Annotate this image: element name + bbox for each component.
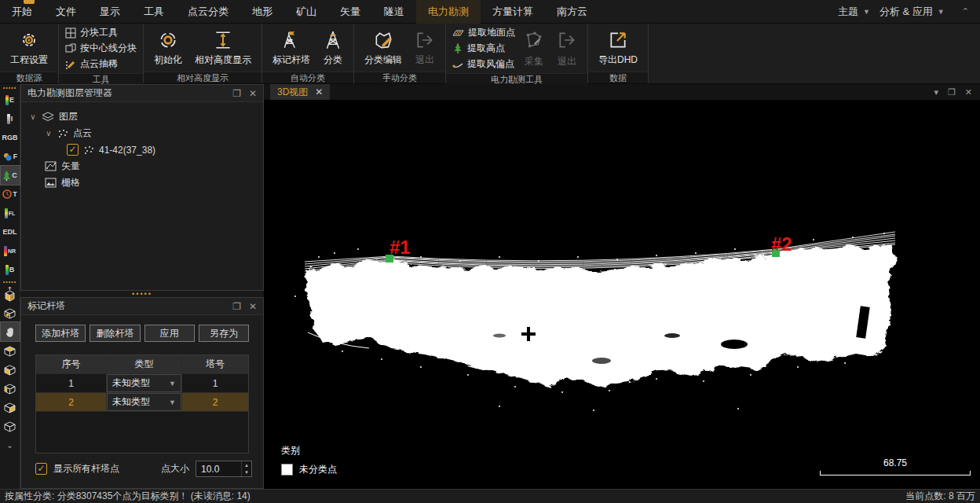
menu-south-cloud[interactable]: 南方云: [545, 0, 599, 24]
close-window-icon[interactable]: ✕: [965, 87, 972, 97]
float-panel-icon[interactable]: ❐: [232, 89, 241, 98]
menu-file[interactable]: 文件: [44, 0, 88, 24]
close-panel-icon[interactable]: ✕: [249, 89, 257, 98]
extract-high-points-button[interactable]: 提取高点: [452, 42, 515, 55]
3d-viewport[interactable]: #1 #2 类别 未分类点 68.75: [264, 100, 980, 489]
pan-tool-button[interactable]: [1, 322, 20, 341]
save-as-button[interactable]: 另存为: [199, 325, 249, 342]
toolbar-handle[interactable]: •••••: [3, 85, 16, 90]
gear-icon: [19, 30, 39, 50]
mode-intensity-button[interactable]: I: [1, 109, 20, 128]
mode-fl-button[interactable]: FL: [1, 204, 20, 222]
extract-wind-offset-points-button[interactable]: 提取风偏点: [452, 57, 515, 71]
project-settings-button[interactable]: 工程设置: [6, 26, 52, 69]
left-view-button[interactable]: [1, 379, 20, 398]
tree-node-raster[interactable]: 栅格: [21, 174, 263, 191]
tower-type-dropdown[interactable]: 未知类型 ▼: [107, 374, 181, 392]
menu-power-survey[interactable]: 电力勘测: [416, 0, 481, 24]
tower-type-dropdown[interactable]: 未知类型 ▼: [107, 393, 181, 411]
vector-icon: [45, 161, 57, 171]
tab-3d-view[interactable]: 3D视图 ✕: [270, 84, 330, 100]
perspective-view-button[interactable]: [1, 303, 20, 322]
block-tool-button[interactable]: 分块工具: [65, 26, 137, 39]
float-panel-icon[interactable]: ❐: [232, 302, 241, 311]
top-view-button[interactable]: [1, 341, 20, 360]
collapse-ribbon-icon[interactable]: ⌃: [962, 6, 969, 17]
cell-tower-no[interactable]: 2: [182, 393, 248, 411]
chevron-expand-icon[interactable]: ∨: [29, 112, 37, 121]
export-dhd-button[interactable]: 导出DHD: [594, 26, 642, 69]
front-view-button[interactable]: [1, 360, 20, 379]
menu-display[interactable]: 显示: [88, 0, 132, 24]
col-seq[interactable]: 序号: [36, 355, 107, 373]
initialize-button[interactable]: 初始化: [150, 26, 186, 69]
crosshair-cursor: [521, 327, 536, 341]
ribbon-group-relative-height: 初始化 相对高度显示 相对高度显示: [144, 24, 262, 83]
classify-button[interactable]: 分类: [319, 26, 347, 69]
col-type[interactable]: 类型: [107, 355, 182, 373]
chevron-down-icon: ▼: [863, 8, 870, 16]
menu-mining[interactable]: 矿山: [284, 0, 328, 24]
apply-button[interactable]: 应用: [144, 325, 195, 342]
close-tab-icon[interactable]: ✕: [315, 86, 323, 97]
classify-edit-button[interactable]: 分类编辑: [360, 26, 406, 69]
collect-button[interactable]: 采集: [520, 26, 548, 71]
tree-node-layers[interactable]: ∨ 图层: [21, 108, 263, 125]
analysis-apps-menu[interactable]: 分析 & 应用: [879, 5, 933, 19]
reset-view-button[interactable]: [1, 285, 20, 303]
split-by-centerline-button[interactable]: 按中心线分块: [65, 42, 137, 55]
survey-exit-button[interactable]: 退出: [553, 26, 581, 71]
mode-class-button[interactable]: C: [1, 166, 20, 185]
back-view-button[interactable]: [1, 417, 20, 435]
show-all-towers-checkbox[interactable]: ✓: [35, 463, 47, 475]
more-tools-button[interactable]: ⌄: [1, 435, 20, 454]
delete-tower-button[interactable]: 删除杆塔: [90, 325, 140, 342]
layer-visibility-checkbox[interactable]: ✓: [67, 144, 79, 156]
cell-seq[interactable]: 2: [36, 393, 107, 411]
ground-plane-icon: [452, 28, 464, 39]
tree-node-vector[interactable]: 矢量: [21, 158, 263, 174]
close-panel-icon[interactable]: ✕: [249, 302, 257, 311]
tree-node-pointcloud[interactable]: ∨ 点云: [21, 125, 263, 141]
menu-start[interactable]: 开始: [0, 0, 44, 24]
point-size-input[interactable]: [196, 461, 241, 476]
panel-splitter[interactable]: •••••: [20, 291, 264, 297]
menu-pointcloud-classify[interactable]: 点云分类: [176, 0, 240, 24]
mode-rgb-button[interactable]: RGB: [1, 128, 20, 147]
mode-nr-button[interactable]: NR: [1, 241, 20, 260]
spin-up-icon[interactable]: ▲: [242, 461, 251, 469]
menu-terrain[interactable]: 地形: [240, 0, 284, 24]
spin-down-icon[interactable]: ▼: [242, 469, 251, 477]
restore-window-icon[interactable]: ❐: [948, 87, 956, 97]
mode-f-button[interactable]: F: [1, 147, 20, 166]
mode-time-button[interactable]: T: [1, 185, 20, 204]
mode-blend-button[interactable]: B: [1, 260, 20, 279]
toolbar-handle[interactable]: •••••: [3, 279, 16, 285]
relative-height-display-button[interactable]: 相对高度显示: [191, 26, 255, 69]
thin-pointcloud-button[interactable]: 点云抽稀: [65, 57, 137, 71]
table-row[interactable]: 1 未知类型 ▼ 1: [36, 374, 248, 393]
tree-node-pointcloud-file[interactable]: ✓ 41-42(37_38): [21, 141, 263, 158]
manual-exit-button[interactable]: 退出: [411, 26, 439, 69]
cell-seq[interactable]: 1: [36, 374, 107, 392]
menu-vector[interactable]: 矢量: [328, 0, 372, 24]
mode-edl-button[interactable]: EDL: [1, 222, 20, 241]
table-row-selected[interactable]: 2 未知类型 ▼ 2: [36, 393, 248, 412]
status-bar: 按属性分类: 分类8307435个点为目标类别！ (未读消息: 14) 当前点数…: [0, 489, 980, 503]
mode-elevation-button[interactable]: E: [1, 90, 20, 109]
menu-volume-calc[interactable]: 方量计算: [481, 0, 545, 24]
mark-tower-button[interactable]: 标记杆塔: [269, 26, 314, 69]
collect-polygon-icon: [524, 30, 544, 50]
tab-list-icon[interactable]: ▾: [934, 87, 938, 97]
thin-points-pencil-icon: [65, 59, 76, 70]
col-tower-no[interactable]: 塔号: [182, 355, 248, 373]
theme-menu[interactable]: 主题: [838, 5, 858, 19]
menu-tools[interactable]: 工具: [132, 0, 176, 24]
chevron-expand-icon[interactable]: ∨: [45, 129, 53, 138]
right-view-button[interactable]: [1, 398, 20, 417]
cell-tower-no[interactable]: 1: [182, 374, 248, 392]
layer-manager-panel: 电力勘测图层管理器 ❐ ✕ ∨ 图层 ∨ 点云 ✓ 41-42(37_38) 矢…: [20, 84, 264, 291]
extract-ground-points-button[interactable]: 提取地面点: [452, 26, 515, 39]
add-tower-button[interactable]: 添加杆塔: [35, 325, 86, 342]
menu-tunnel[interactable]: 隧道: [372, 0, 416, 24]
